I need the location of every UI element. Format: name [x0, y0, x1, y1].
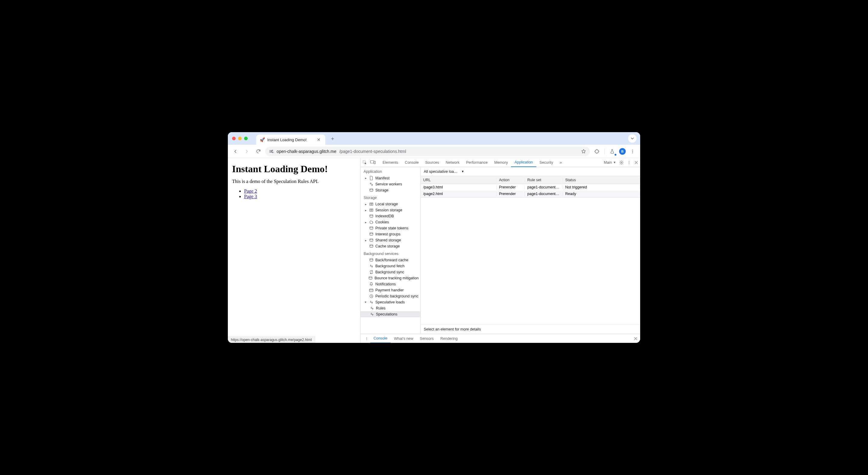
back-button[interactable]	[231, 147, 240, 156]
page-link-3[interactable]: Page 3	[244, 194, 257, 199]
tab-search-button[interactable]	[628, 134, 637, 143]
label: Rules	[376, 306, 385, 310]
drawer-menu-icon[interactable]	[363, 337, 370, 340]
new-tab-button[interactable]: ＋	[328, 134, 337, 143]
col-ruleset[interactable]: Rule set	[525, 178, 563, 182]
sidebar-item-payment-handler[interactable]: Payment handler	[361, 287, 421, 293]
label: Interest groups	[375, 232, 400, 236]
devtools-tab-application[interactable]: Application	[511, 158, 536, 167]
sidebar-item-bfcache[interactable]: Back/forward cache	[361, 257, 421, 263]
svg-point-19	[370, 227, 373, 228]
sidebar-item-rules[interactable]: Rules	[361, 305, 421, 311]
minimize-window-button[interactable]	[238, 137, 242, 140]
devtools-tab-elements[interactable]: Elements	[379, 158, 402, 167]
sidebar-item-shared-storage[interactable]: ▸Shared storage	[361, 237, 421, 243]
page-intro: This is a demo of the Speculation Rules …	[232, 179, 356, 184]
devtools-tab-memory[interactable]: Memory	[491, 158, 511, 167]
status-bar: https://open-chalk-asparagus.glitch.me/p…	[228, 336, 315, 343]
devtools-tab-security[interactable]: Security	[536, 158, 557, 167]
sidebar-item-service-workers[interactable]: Service workers	[361, 181, 421, 187]
devtools-settings-icon[interactable]	[619, 160, 624, 165]
label: Bounce tracking mitigation	[374, 276, 418, 280]
drawer-tab-sensors[interactable]: Sensors	[416, 334, 437, 343]
col-status[interactable]: Status	[563, 178, 640, 182]
cell-action: Prerender	[497, 192, 525, 196]
forward-button[interactable]	[242, 147, 251, 156]
svg-point-1	[271, 151, 272, 152]
sidebar-item-storage[interactable]: Storage	[361, 187, 421, 193]
svg-point-28	[366, 338, 367, 339]
svg-point-22	[370, 245, 373, 246]
svg-point-21	[370, 239, 373, 240]
maximize-window-button[interactable]	[244, 137, 248, 140]
label: Notifications	[375, 282, 396, 286]
inspect-element-icon[interactable]	[362, 160, 367, 165]
cell-url: /page3.html	[421, 185, 497, 189]
page-link-2[interactable]: Page 2	[244, 188, 257, 194]
devtools-tab-sources[interactable]: Sources	[422, 158, 442, 167]
sidebar-item-manifest[interactable]: ▸Manifest	[361, 175, 421, 181]
devtools-tab-more[interactable]: »	[557, 158, 565, 167]
devtools-menu-icon[interactable]	[627, 160, 631, 165]
url-host: open-chalk-asparagus.glitch.me	[277, 149, 336, 154]
bookmark-icon[interactable]	[581, 149, 586, 154]
sidebar-item-cache-storage[interactable]: Cache storage	[361, 243, 421, 249]
drawer-tab-console[interactable]: Console	[370, 334, 391, 343]
drawer-tab-whats-new[interactable]: What's new	[391, 334, 416, 343]
speculations-filter-dropdown[interactable]: All speculative loa… ▼	[424, 170, 464, 174]
profile-avatar[interactable]: B	[619, 148, 626, 155]
table-row[interactable]: /page3.html Prerender page1-document-… N…	[421, 184, 640, 190]
svg-point-14	[371, 184, 373, 186]
svg-point-11	[629, 162, 629, 163]
devtools-tab-console[interactable]: Console	[402, 158, 422, 167]
sidebar-item-session-storage[interactable]: ▸Session storage	[361, 207, 421, 213]
devtools-close-icon[interactable]	[634, 160, 638, 165]
table-header: URL Action Rule set Status	[421, 176, 640, 184]
drawer-close-icon[interactable]	[633, 336, 638, 341]
label: Private state tokens	[375, 226, 408, 230]
sidebar-item-interest-groups[interactable]: Interest groups	[361, 231, 421, 237]
extensions-icon[interactable]	[592, 147, 601, 156]
col-url[interactable]: URL	[421, 178, 497, 182]
page-heading: Instant Loading Demo!	[232, 164, 356, 175]
tab-close-button[interactable]: ✕	[316, 137, 322, 143]
svg-point-23	[370, 259, 373, 260]
sidebar-item-private-state-tokens[interactable]: Private state tokens	[361, 225, 421, 231]
device-toolbar-icon[interactable]	[370, 160, 376, 165]
application-sidebar[interactable]: Application ▸Manifest Service workers St…	[361, 167, 421, 334]
speculations-table: URL Action Rule set Status /page3.html P…	[421, 176, 640, 198]
browser-menu-icon[interactable]	[628, 147, 637, 156]
devtools-tab-performance[interactable]: Performance	[463, 158, 491, 167]
sidebar-item-cookies[interactable]: ▸Cookies	[361, 219, 421, 225]
reload-button[interactable]	[254, 147, 263, 156]
page-link-list: Page 2 Page 3	[232, 188, 356, 199]
section-application: Application	[361, 167, 421, 175]
sidebar-item-speculative-loads[interactable]: ▸Speculative loads	[361, 299, 421, 305]
drawer-tab-rendering[interactable]: Rendering	[437, 334, 461, 343]
sidebar-item-notifications[interactable]: Notifications	[361, 281, 421, 287]
devtools-target-dropdown[interactable]: Main ▼	[604, 160, 616, 165]
svg-point-24	[369, 277, 372, 278]
label: Speculations	[376, 312, 398, 316]
label: Session storage	[375, 208, 402, 212]
close-window-button[interactable]	[232, 137, 236, 140]
devtools-tab-network[interactable]: Network	[442, 158, 463, 167]
labs-icon[interactable]	[608, 147, 617, 156]
sidebar-item-local-storage[interactable]: ▸Local storage	[361, 201, 421, 207]
sidebar-item-bg-sync[interactable]: Background sync	[361, 269, 421, 275]
sidebar-item-bg-fetch[interactable]: Background fetch	[361, 263, 421, 269]
address-bar[interactable]: open-chalk-asparagus.glitch.me/page1-doc…	[265, 147, 590, 156]
svg-rect-8	[374, 161, 376, 164]
sidebar-item-speculations[interactable]: Speculations	[361, 311, 421, 317]
table-row[interactable]: /page2.html Prerender page1-document-… R…	[421, 190, 640, 197]
browser-tab[interactable]: 🚀 Instant Loading Demo! ✕	[256, 135, 326, 145]
sidebar-item-periodic-sync[interactable]: Periodic background sync	[361, 293, 421, 299]
label: Cookies	[375, 220, 389, 224]
sidebar-item-bounce-tracking[interactable]: Bounce tracking mitigation	[361, 275, 421, 281]
site-settings-icon[interactable]	[269, 149, 274, 154]
devtools-body: Application ▸Manifest Service workers St…	[361, 167, 640, 334]
col-action[interactable]: Action	[497, 178, 525, 182]
svg-point-0	[272, 150, 273, 151]
label: Periodic background sync	[375, 294, 418, 298]
sidebar-item-indexeddb[interactable]: IndexedDB	[361, 213, 421, 219]
